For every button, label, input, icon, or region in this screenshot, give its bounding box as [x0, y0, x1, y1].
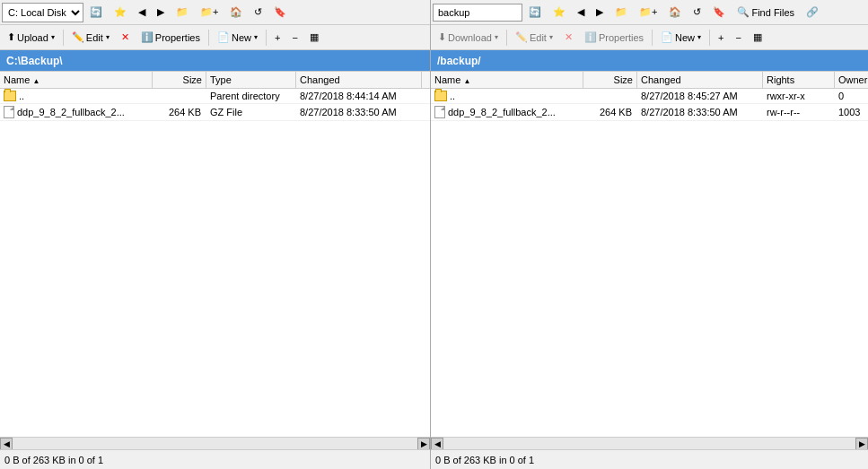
edit-label-right: Edit [530, 32, 547, 43]
props-icon-right: ℹ️ [584, 31, 597, 43]
right-filter-btn[interactable]: ▦ [748, 28, 767, 48]
right-forward-btn[interactable]: ▶ [591, 3, 609, 22]
right-folder-btn[interactable]: 📁 [609, 3, 633, 22]
right-col-changed[interactable]: Changed [637, 72, 763, 88]
left-new-btn[interactable]: 📄 New ▾ [212, 28, 263, 48]
right-cell-changed-1: 8/27/2018 8:33:50 AM [637, 105, 763, 119]
right-scroll-left[interactable]: ◀ [431, 438, 443, 450]
edit-icon-right: ✏️ [515, 31, 528, 43]
left-toolbar: ⬆ Upload ▾ ✏️ Edit ▾ ✕ ℹ️ Properties [0, 25, 430, 50]
left-cell-changed-0: 8/27/2018 8:44:14 AM [296, 89, 422, 103]
upload-label: Upload [17, 32, 48, 43]
right-col-rights[interactable]: Rights [763, 72, 835, 88]
left-home-btn[interactable]: 🏠 [224, 3, 248, 22]
new-label-left: New [232, 32, 251, 43]
right-col-name[interactable]: Name ▲ [431, 72, 583, 88]
new-icon-left: 📄 [217, 31, 230, 43]
edit-icon-left: ✏️ [72, 31, 84, 43]
sort-arrow-name-left: ▲ [32, 77, 39, 85]
right-hscroll-track[interactable] [443, 438, 855, 450]
left-col-changed[interactable]: Changed [296, 72, 422, 88]
right-file-list[interactable]: .. 8/27/2018 8:45:27 AM rwxr-xr-x 0 [431, 89, 868, 437]
left-hscroll-track[interactable] [13, 438, 417, 450]
left-col-size[interactable]: Size [153, 72, 206, 88]
right-row-1[interactable]: ddp_9_8_2_fullback_2... 264 KB 8/27/2018… [431, 104, 868, 121]
findfiles-icon: 🔍 [737, 6, 750, 18]
left-hscroll[interactable]: ◀ ▶ [0, 437, 430, 449]
right-address-input[interactable] [433, 4, 522, 22]
left-bookmark-btn[interactable]: 🔖 [268, 3, 292, 22]
right-status-bar: 0 B of 263 KB in 0 of 1 [431, 449, 868, 469]
left-cell-size-1: 264 KB [153, 105, 206, 119]
right-col-owner[interactable]: Owner [835, 72, 868, 88]
right-panel: 🔄 ⭐ ◀ ▶ 📁 📁+ 🏠 ↺ 🔖 🔍 Find Files 🔗 ⬇ [431, 0, 868, 469]
left-reload-btn[interactable]: ↺ [249, 3, 267, 22]
left-drive-selector[interactable]: C: Local Disk [2, 3, 83, 22]
left-row-0[interactable]: .. Parent directory 8/27/2018 8:44:14 AM [0, 89, 430, 104]
left-collapse-btn[interactable]: − [286, 28, 302, 48]
left-path-bar: C:\Backup\ [0, 50, 430, 72]
left-scroll-left[interactable]: ◀ [0, 438, 13, 450]
left-expand-btn[interactable]: + [269, 28, 285, 48]
right-delete-btn[interactable]: ✕ [559, 28, 578, 48]
right-path-label: /backup/ [434, 54, 485, 68]
right-row-0[interactable]: .. 8/27/2018 8:45:27 AM rwxr-xr-x 0 [431, 89, 868, 104]
left-delete-btn[interactable]: ✕ [116, 28, 135, 48]
right-cell-owner-0: 0 [835, 89, 868, 103]
left-file-list[interactable]: .. Parent directory 8/27/2018 8:44:14 AM [0, 89, 430, 437]
right-download-btn[interactable]: ⬇ Download ▾ [433, 28, 504, 48]
left-col-name[interactable]: Name ▲ [0, 72, 153, 88]
left-refresh-btn[interactable]: 🔄 [84, 3, 108, 22]
right-cell-name-0: .. [431, 89, 583, 103]
left-cell-name-1: ddp_9_8_2_fullback_2... [0, 104, 153, 120]
sep4 [506, 30, 507, 46]
left-cell-type-0: Parent directory [206, 89, 296, 103]
right-fav-btn[interactable]: ⭐ [548, 3, 571, 22]
delete-icon-right: ✕ [565, 31, 573, 43]
right-scroll-right[interactable]: ▶ [855, 438, 868, 450]
left-path-label: C:\Backup\ [3, 54, 66, 68]
left-cell-changed-1: 8/27/2018 8:33:50 AM [296, 105, 422, 119]
left-col-type[interactable]: Type [206, 72, 296, 88]
left-fav-btn[interactable]: ⭐ [109, 3, 132, 22]
right-home-btn[interactable]: 🏠 [663, 3, 687, 22]
new-icon-right: 📄 [661, 31, 673, 43]
right-cell-changed-0: 8/27/2018 8:45:27 AM [637, 89, 763, 103]
right-bookmark-btn[interactable]: 🔖 [707, 3, 731, 22]
right-edit-btn[interactable]: ✏️ Edit ▾ [510, 28, 558, 48]
left-folder-btn[interactable]: 📁 [171, 3, 194, 22]
findfiles-label: Find Files [751, 7, 794, 18]
right-extra-btn[interactable]: 🔗 [801, 3, 824, 22]
right-reload-btn[interactable]: ↺ [688, 3, 706, 22]
right-findfiles-btn[interactable]: 🔍 Find Files [732, 3, 800, 22]
upload-dropdown-arrow: ▾ [51, 33, 55, 41]
left-status-text: 0 B of 263 KB in 0 of 1 [4, 455, 103, 465]
right-col-size[interactable]: Size [583, 72, 637, 88]
new-dropdown-arrow-right: ▾ [697, 33, 701, 41]
main-container: C: Local Disk 🔄 ⭐ ◀ ▶ 📁 📁+ 🏠 ↺ 🔖 ⬆ Uploa… [0, 0, 868, 469]
right-toolbar: ⬇ Download ▾ ✏️ Edit ▾ ✕ ℹ️ Properties [431, 25, 868, 50]
left-props-btn[interactable]: ℹ️ Properties [136, 28, 206, 48]
left-filter-btn[interactable]: ▦ [304, 28, 324, 48]
right-hscroll[interactable]: ◀ ▶ [431, 437, 868, 449]
right-expand-btn[interactable]: + [713, 28, 729, 48]
left-row-1[interactable]: ddp_9_8_2_fullback_2... 264 KB GZ File 8… [0, 104, 430, 121]
right-new-btn[interactable]: 📄 New ▾ [655, 28, 706, 48]
upload-icon: ⬆ [7, 31, 15, 43]
right-refresh-btn[interactable]: 🔄 [523, 3, 547, 22]
right-collapse-btn[interactable]: − [730, 28, 746, 48]
props-label-right: Properties [599, 32, 644, 43]
left-panel: C: Local Disk 🔄 ⭐ ◀ ▶ 📁 📁+ 🏠 ↺ 🔖 ⬆ Uploa… [0, 0, 431, 469]
right-newfolder-btn[interactable]: 📁+ [634, 3, 662, 22]
left-upload-btn[interactable]: ⬆ Upload ▾ [2, 28, 60, 48]
left-forward-btn[interactable]: ▶ [152, 3, 170, 22]
right-props-btn[interactable]: ℹ️ Properties [579, 28, 649, 48]
right-back-btn[interactable]: ◀ [572, 3, 590, 22]
right-path-bar: /backup/ [431, 50, 868, 72]
sep2 [208, 30, 209, 46]
left-newfolder-btn[interactable]: 📁+ [195, 3, 224, 22]
left-back-btn[interactable]: ◀ [133, 3, 151, 22]
left-scroll-right[interactable]: ▶ [417, 438, 430, 450]
sep3 [266, 30, 267, 46]
left-edit-btn[interactable]: ✏️ Edit ▾ [66, 28, 115, 48]
